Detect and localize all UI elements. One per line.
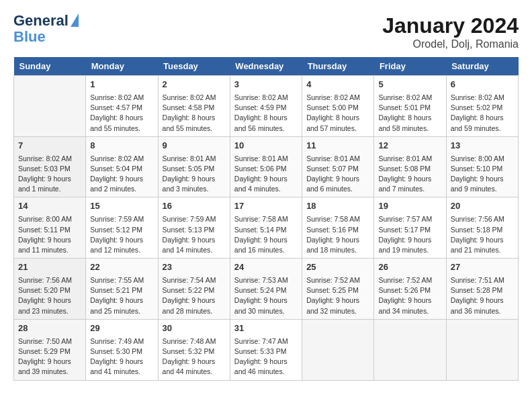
calendar-body: 1Sunrise: 8:02 AM Sunset: 4:57 PM Daylig… xyxy=(14,76,519,381)
day-number: 24 xyxy=(234,261,298,274)
day-number: 27 xyxy=(451,261,514,274)
day-info: Sunrise: 8:01 AM Sunset: 5:05 PM Dayligh… xyxy=(163,154,226,195)
day-info: Sunrise: 8:02 AM Sunset: 4:58 PM Dayligh… xyxy=(163,93,226,134)
day-number: 1 xyxy=(90,79,153,91)
calendar-cell: 20Sunrise: 7:56 AM Sunset: 5:18 PM Dayli… xyxy=(446,197,518,259)
day-info: Sunrise: 7:53 AM Sunset: 5:24 PM Dayligh… xyxy=(234,275,298,316)
day-info: Sunrise: 7:50 AM Sunset: 5:29 PM Dayligh… xyxy=(18,336,81,377)
calendar-header-row: SundayMondayTuesdayWednesdayThursdayFrid… xyxy=(14,57,519,76)
calendar-cell: 16Sunrise: 7:59 AM Sunset: 5:13 PM Dayli… xyxy=(158,197,230,259)
day-info: Sunrise: 7:56 AM Sunset: 5:20 PM Dayligh… xyxy=(18,275,81,316)
day-info: Sunrise: 8:01 AM Sunset: 5:07 PM Dayligh… xyxy=(306,154,369,195)
day-number: 26 xyxy=(378,261,441,274)
calendar-cell: 9Sunrise: 8:01 AM Sunset: 5:05 PM Daylig… xyxy=(158,136,230,197)
day-header-tuesday: Tuesday xyxy=(158,57,230,76)
day-number: 14 xyxy=(18,200,81,213)
day-number: 16 xyxy=(163,200,226,213)
day-info: Sunrise: 7:48 AM Sunset: 5:32 PM Dayligh… xyxy=(163,336,226,377)
day-number: 9 xyxy=(163,140,226,152)
day-number: 29 xyxy=(90,322,153,335)
calendar-cell: 27Sunrise: 7:51 AM Sunset: 5:28 PM Dayli… xyxy=(446,259,518,320)
day-info: Sunrise: 7:56 AM Sunset: 5:18 PM Dayligh… xyxy=(451,214,514,255)
calendar-cell: 12Sunrise: 8:01 AM Sunset: 5:08 PM Dayli… xyxy=(374,136,446,197)
day-number: 18 xyxy=(306,200,369,213)
day-number: 12 xyxy=(378,140,441,152)
day-info: Sunrise: 8:02 AM Sunset: 5:01 PM Dayligh… xyxy=(378,93,441,134)
calendar-cell: 5Sunrise: 8:02 AM Sunset: 5:01 PM Daylig… xyxy=(374,76,446,137)
title-block: January 2024 Orodel, Dolj, Romania xyxy=(382,13,519,50)
calendar-cell: 18Sunrise: 7:58 AM Sunset: 5:16 PM Dayli… xyxy=(302,197,374,259)
day-number: 2 xyxy=(163,79,226,91)
day-number: 23 xyxy=(163,261,226,274)
day-info: Sunrise: 7:58 AM Sunset: 5:14 PM Dayligh… xyxy=(234,214,298,255)
day-header-friday: Friday xyxy=(374,57,446,76)
day-number: 13 xyxy=(451,140,514,152)
calendar-cell xyxy=(446,319,518,380)
location: Orodel, Dolj, Romania xyxy=(382,38,519,50)
day-info: Sunrise: 7:52 AM Sunset: 5:25 PM Dayligh… xyxy=(306,275,369,316)
calendar-cell: 26Sunrise: 7:52 AM Sunset: 5:26 PM Dayli… xyxy=(374,259,446,320)
day-header-sunday: Sunday xyxy=(14,57,86,76)
day-info: Sunrise: 8:02 AM Sunset: 4:59 PM Dayligh… xyxy=(234,93,298,134)
calendar-cell: 24Sunrise: 7:53 AM Sunset: 5:24 PM Dayli… xyxy=(230,259,302,320)
calendar-cell: 4Sunrise: 8:02 AM Sunset: 5:00 PM Daylig… xyxy=(302,76,374,137)
calendar-cell: 13Sunrise: 8:00 AM Sunset: 5:10 PM Dayli… xyxy=(446,136,518,197)
day-info: Sunrise: 7:47 AM Sunset: 5:33 PM Dayligh… xyxy=(234,336,298,377)
calendar-cell xyxy=(14,76,86,137)
day-number: 6 xyxy=(451,79,514,91)
day-info: Sunrise: 7:49 AM Sunset: 5:30 PM Dayligh… xyxy=(90,336,153,377)
calendar-cell: 15Sunrise: 7:59 AM Sunset: 5:12 PM Dayli… xyxy=(86,197,158,259)
day-number: 28 xyxy=(18,322,81,335)
day-info: Sunrise: 8:00 AM Sunset: 5:11 PM Dayligh… xyxy=(18,214,81,255)
logo-text: General xyxy=(13,13,69,28)
day-info: Sunrise: 7:51 AM Sunset: 5:28 PM Dayligh… xyxy=(451,275,514,316)
day-number: 8 xyxy=(90,140,153,152)
day-info: Sunrise: 8:01 AM Sunset: 5:08 PM Dayligh… xyxy=(378,154,441,195)
day-number: 22 xyxy=(90,261,153,274)
day-number: 5 xyxy=(378,79,441,91)
calendar-cell: 14Sunrise: 8:00 AM Sunset: 5:11 PM Dayli… xyxy=(14,197,86,259)
day-info: Sunrise: 8:02 AM Sunset: 5:04 PM Dayligh… xyxy=(90,154,153,195)
calendar-table: SundayMondayTuesdayWednesdayThursdayFrid… xyxy=(13,57,519,381)
day-info: Sunrise: 8:02 AM Sunset: 5:03 PM Dayligh… xyxy=(18,154,81,195)
day-info: Sunrise: 8:02 AM Sunset: 5:02 PM Dayligh… xyxy=(451,93,514,134)
day-number: 4 xyxy=(306,79,369,91)
calendar-cell: 8Sunrise: 8:02 AM Sunset: 5:04 PM Daylig… xyxy=(86,136,158,197)
calendar-cell: 25Sunrise: 7:52 AM Sunset: 5:25 PM Dayli… xyxy=(302,259,374,320)
calendar-cell: 19Sunrise: 7:57 AM Sunset: 5:17 PM Dayli… xyxy=(374,197,446,259)
day-number: 19 xyxy=(378,200,441,213)
day-number: 21 xyxy=(18,261,81,274)
day-header-wednesday: Wednesday xyxy=(230,57,302,76)
calendar-cell: 21Sunrise: 7:56 AM Sunset: 5:20 PM Dayli… xyxy=(14,259,86,320)
calendar-cell: 29Sunrise: 7:49 AM Sunset: 5:30 PM Dayli… xyxy=(86,319,158,380)
calendar-cell xyxy=(374,319,446,380)
day-header-monday: Monday xyxy=(86,57,158,76)
calendar-cell: 23Sunrise: 7:54 AM Sunset: 5:22 PM Dayli… xyxy=(158,259,230,320)
day-info: Sunrise: 7:59 AM Sunset: 5:13 PM Dayligh… xyxy=(163,214,226,255)
logo-blue: Blue xyxy=(13,28,46,46)
day-number: 25 xyxy=(306,261,369,274)
day-number: 20 xyxy=(451,200,514,213)
calendar-week-row: 1Sunrise: 8:02 AM Sunset: 4:57 PM Daylig… xyxy=(14,76,519,137)
day-header-saturday: Saturday xyxy=(446,57,518,76)
calendar-week-row: 28Sunrise: 7:50 AM Sunset: 5:29 PM Dayli… xyxy=(14,319,519,380)
calendar-cell xyxy=(302,319,374,380)
day-info: Sunrise: 7:59 AM Sunset: 5:12 PM Dayligh… xyxy=(90,214,153,255)
logo: General Blue xyxy=(13,13,79,46)
calendar-week-row: 7Sunrise: 8:02 AM Sunset: 5:03 PM Daylig… xyxy=(14,136,519,197)
day-info: Sunrise: 8:02 AM Sunset: 4:57 PM Dayligh… xyxy=(90,93,153,134)
calendar-cell: 10Sunrise: 8:01 AM Sunset: 5:06 PM Dayli… xyxy=(230,136,302,197)
day-number: 17 xyxy=(234,200,298,213)
calendar-cell: 6Sunrise: 8:02 AM Sunset: 5:02 PM Daylig… xyxy=(446,76,518,137)
calendar-cell: 17Sunrise: 7:58 AM Sunset: 5:14 PM Dayli… xyxy=(230,197,302,259)
day-number: 15 xyxy=(90,200,153,213)
day-header-thursday: Thursday xyxy=(302,57,374,76)
calendar-cell: 11Sunrise: 8:01 AM Sunset: 5:07 PM Dayli… xyxy=(302,136,374,197)
page-header: General Blue January 2024 Orodel, Dolj, … xyxy=(13,13,519,50)
calendar-cell: 30Sunrise: 7:48 AM Sunset: 5:32 PM Dayli… xyxy=(158,319,230,380)
day-info: Sunrise: 7:58 AM Sunset: 5:16 PM Dayligh… xyxy=(306,214,369,255)
day-info: Sunrise: 8:01 AM Sunset: 5:06 PM Dayligh… xyxy=(234,154,298,195)
calendar-week-row: 21Sunrise: 7:56 AM Sunset: 5:20 PM Dayli… xyxy=(14,259,519,320)
day-info: Sunrise: 7:52 AM Sunset: 5:26 PM Dayligh… xyxy=(378,275,441,316)
calendar-cell: 7Sunrise: 8:02 AM Sunset: 5:03 PM Daylig… xyxy=(14,136,86,197)
